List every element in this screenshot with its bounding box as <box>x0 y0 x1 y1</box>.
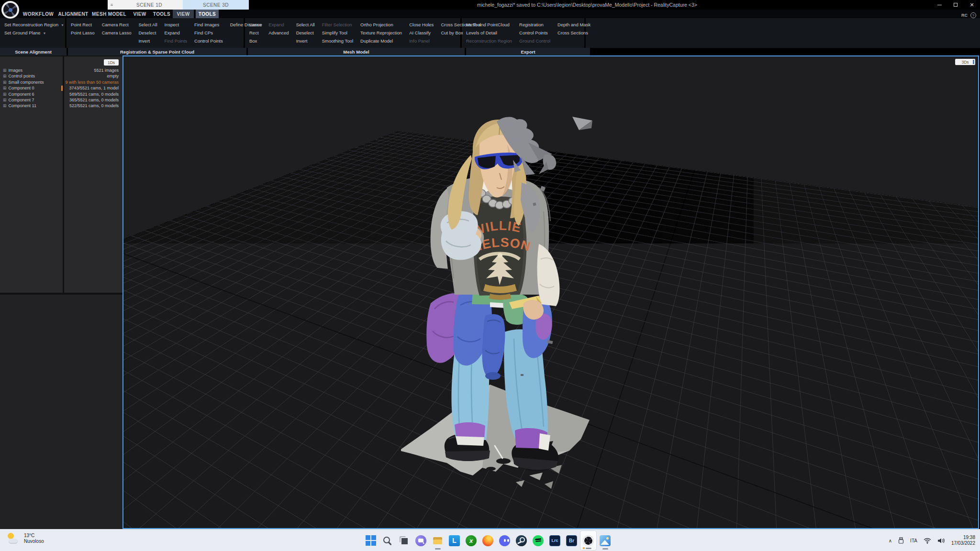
taskbar-firefox-icon[interactable] <box>479 530 496 551</box>
ribbon-button-smoothing-tool[interactable]: Smoothing Tool <box>322 37 353 45</box>
taskbar-search-icon[interactable] <box>379 530 396 551</box>
menu-tab-alignment[interactable]: ALIGNMENT <box>58 10 88 18</box>
ribbon-button-find-points[interactable]: Find Points <box>165 37 188 45</box>
scene-1d-pane-badge[interactable]: 1Ds <box>104 59 119 66</box>
ribbon-button-set-ground-plane[interactable]: Set Ground Plane▼ <box>4 29 64 37</box>
ribbon-button-control-points[interactable]: Control Points <box>194 37 223 45</box>
menu-tab-view-contextual[interactable]: VIEW <box>173 10 194 18</box>
ribbon-button-levels-of-detail[interactable]: Levels of Detail <box>466 29 512 37</box>
tree-item-value: 5521 images <box>94 68 119 73</box>
help-icon[interactable]: ? <box>970 12 976 18</box>
ribbon-button-select-all[interactable]: Select All <box>296 21 315 29</box>
taskbar-steam-icon[interactable] <box>513 530 530 551</box>
ribbon-button-invert[interactable]: Invert <box>296 37 315 45</box>
taskbar-app-l-icon[interactable]: L <box>446 530 463 551</box>
ribbon-button-close-holes[interactable]: Close Holes <box>409 21 434 29</box>
scene-tab-menu-icon[interactable]: ≡ <box>108 0 116 10</box>
ribbon-button-mesh-and-pointcloud[interactable]: Mesh and PointCloud <box>466 21 512 29</box>
taskbar-file-explorer-icon[interactable] <box>429 530 446 551</box>
menu-tab-workflow[interactable]: WORKFLOW <box>23 10 53 18</box>
ribbon-button-info-panel[interactable]: Info Panel <box>409 37 434 45</box>
menu-tab-tools-contextual[interactable]: TOOLS <box>196 10 219 18</box>
ribbon-button-cross-sections[interactable]: Cross Sections <box>557 29 590 37</box>
ribbon-button-filter-selection[interactable]: Filter Selection <box>322 21 353 29</box>
ribbon-button-camera-rect[interactable]: Camera Rect <box>102 21 132 29</box>
volume-icon[interactable] <box>937 538 945 544</box>
tree-item-small-components[interactable]: ⊞Small components9 with less than 50 cam… <box>0 80 122 86</box>
ribbon-button-deselect[interactable]: Deselect <box>296 29 315 37</box>
tray-chevron-icon[interactable]: ∧ <box>889 538 892 543</box>
ribbon-button-registration[interactable]: Registration <box>519 21 550 29</box>
expand-icon[interactable]: ⊞ <box>3 74 7 78</box>
ribbon-button-duplicate-model[interactable]: Duplicate Model <box>360 37 402 45</box>
menu-tab-view[interactable]: VIEW <box>132 10 147 18</box>
scene-tab-3d[interactable]: SCENE 3D <box>183 0 249 10</box>
scene-tab-1d[interactable]: SCENE 1D <box>116 0 183 10</box>
ribbon-button-ai-classify[interactable]: AI Classify <box>409 29 434 37</box>
ribbon-button-rect[interactable]: Rect <box>249 29 261 37</box>
minimize-button[interactable] <box>931 0 947 10</box>
ribbon-button-point-rect[interactable]: Point Rect <box>71 21 95 29</box>
ribbon-button-control-points[interactable]: Control Points <box>519 29 550 37</box>
ribbon-button-inspect[interactable]: Inspect <box>165 21 188 29</box>
ribbon-button-texture-reprojection[interactable]: Texture Reprojection <box>360 29 402 37</box>
ribbon-button-set-reconstruction-region[interactable]: Set Reconstruction Region▼ <box>4 21 64 29</box>
taskbar-task-view-icon[interactable] <box>396 530 412 551</box>
close-button[interactable]: ✕ <box>964 0 980 10</box>
file-explorer-icon <box>432 535 443 546</box>
taskbar-lightroom-classic-icon[interactable]: Lrc <box>546 530 563 551</box>
taskbar-realitycapture-icon[interactable] <box>580 530 597 551</box>
ribbon-button-find-images[interactable]: Find Images <box>194 21 223 29</box>
expand-icon[interactable]: ⊞ <box>3 103 7 108</box>
viewport-3d[interactable]: WILLIE NELSON <box>122 55 979 529</box>
chat-icon <box>415 535 426 546</box>
tree-item-component-7[interactable]: ⊞Component 7365/5521 cams, 0 models <box>0 98 122 103</box>
tree-item-images[interactable]: ⊞Images5521 images <box>0 68 122 74</box>
ribbon-button-point-lasso[interactable]: Point Lasso <box>71 29 95 37</box>
usb-device-icon[interactable] <box>898 537 904 544</box>
ribbon-button-expand[interactable]: Expand <box>165 29 188 37</box>
menu-tab-tools[interactable]: TOOLS <box>153 10 171 18</box>
expand-icon[interactable]: ⊞ <box>3 68 7 73</box>
clock[interactable]: 19:38 17/03/2022 <box>951 535 975 547</box>
expand-icon[interactable]: ⊞ <box>3 80 7 85</box>
ribbon-button-camera-lasso[interactable]: Camera Lasso <box>102 29 132 37</box>
ribbon-button-invert[interactable]: Invert <box>138 37 157 45</box>
language-indicator[interactable]: ITA <box>910 538 917 543</box>
expand-icon[interactable]: ⊞ <box>3 86 7 90</box>
expand-icon[interactable]: ⊞ <box>3 92 7 97</box>
tree-item-component-11[interactable]: ⊞Component 11522/5521 cams, 0 models <box>0 103 122 109</box>
tree-item-component-0[interactable]: ⊞Component 03743/5521 cams, 1 model <box>0 86 122 91</box>
ribbon-button-box[interactable]: Box <box>249 37 261 45</box>
ribbon-group-label: Mesh Model <box>248 48 465 55</box>
taskbar-photos-icon[interactable] <box>597 530 613 551</box>
expand-icon[interactable]: ⊞ <box>3 98 7 102</box>
taskbar-spotify-icon[interactable] <box>530 530 546 551</box>
wifi-icon[interactable] <box>924 538 931 544</box>
sidebar-lower-pane[interactable] <box>0 295 122 529</box>
ribbon-button-ortho-projection[interactable]: Ortho Projection <box>360 21 402 29</box>
taskbar-discord-icon[interactable] <box>496 530 513 551</box>
ribbon-button-expand[interactable]: Expand <box>268 21 289 29</box>
ribbon-button-reconstruction-region[interactable]: Reconstruction Region <box>466 37 512 45</box>
ribbon-button-simplify-tool[interactable]: Simplify Tool <box>322 29 353 37</box>
weather-widget[interactable]: 13°C Nuvoloso <box>7 532 44 545</box>
menu-tab-mesh-model[interactable]: MESH MODEL <box>91 10 127 18</box>
taskbar-chat-icon[interactable] <box>412 530 429 551</box>
realitycapture-logo-icon[interactable] <box>1 1 19 19</box>
restore-button[interactable] <box>947 0 964 10</box>
ribbon-button-lasso[interactable]: Lasso <box>249 21 261 29</box>
ribbon-button-ground-control[interactable]: Ground Control <box>519 37 550 45</box>
ribbon-button-select-all[interactable]: Select All <box>138 21 157 29</box>
ribbon-button-depth-and-mask[interactable]: Depth and Mask <box>557 21 590 29</box>
ribbon-button-advanced[interactable]: Advanced <box>268 29 289 37</box>
ribbon-button-find-cps[interactable]: Find CPs <box>194 29 223 37</box>
taskbar-start-icon[interactable] <box>362 530 379 551</box>
ribbon-button-deselect[interactable]: Deselect <box>138 29 157 37</box>
selection-marker <box>61 86 63 91</box>
scene-3d-pane-badge[interactable]: 3Ds <box>955 59 975 65</box>
tree-item-control-points[interactable]: ⊞Control pointsempty <box>0 74 122 79</box>
tree-item-component-6[interactable]: ⊞Component 6589/5521 cams, 0 models <box>0 92 122 98</box>
taskbar-xbox-icon[interactable]: x <box>463 530 479 551</box>
taskbar-bridge-icon[interactable]: Br <box>563 530 580 551</box>
